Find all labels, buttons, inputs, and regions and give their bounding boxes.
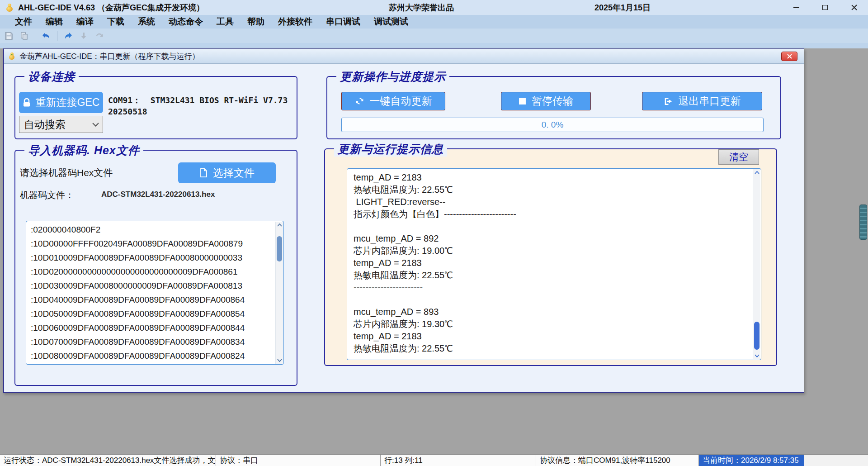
lock-icon bbox=[23, 98, 31, 107]
download-icon bbox=[80, 32, 88, 40]
auto-update-label: 一键自动更新 bbox=[370, 94, 432, 108]
menu-download[interactable]: 下载 bbox=[100, 15, 131, 29]
progress-percent: 0. 0% bbox=[542, 120, 564, 130]
update-progress-bar: 0. 0% bbox=[341, 118, 764, 132]
toolbar bbox=[0, 29, 868, 43]
reconnect-gec-button[interactable]: 重新连接GEC bbox=[19, 92, 103, 113]
menu-debug-test[interactable]: 调试测试 bbox=[367, 15, 415, 29]
titlebar: AHL-GEC-IDE V4.63 （金葫芦GEC集成开发环境） 苏州大学荣誉出… bbox=[0, 0, 868, 15]
toolbar-separator bbox=[57, 31, 57, 41]
redo-icon bbox=[64, 32, 73, 40]
auto-update-button[interactable]: 一键自动更新 bbox=[341, 92, 445, 110]
download-button[interactable] bbox=[78, 30, 90, 41]
choose-file-button[interactable]: 选择文件 bbox=[178, 162, 276, 183]
menu-edit[interactable]: 编辑 bbox=[39, 15, 70, 29]
update-group-title: 更新操作与进度提示 bbox=[336, 69, 449, 84]
clear-log-button[interactable]: 清空 bbox=[718, 149, 759, 165]
minimize-icon bbox=[793, 7, 799, 8]
dialog-titlebar: 金葫芦AHL-GEC-IDE：串口更新（程序下载与运行） bbox=[4, 49, 804, 64]
status-current-time: 当前时间：2026/2/9 8:57:35 bbox=[699, 455, 804, 466]
minimize-button[interactable] bbox=[790, 3, 802, 13]
serial-update-dialog: 金葫芦AHL-GEC-IDE：串口更新（程序下载与运行） 设备连接 重新连接GE… bbox=[3, 48, 804, 393]
refresh-button[interactable] bbox=[93, 30, 105, 41]
hex-scrollbar[interactable] bbox=[275, 222, 283, 364]
window-title: AHL-GEC-IDE V4.63 （金葫芦GEC集成开发环境） bbox=[18, 2, 204, 13]
com-port-info: COM91： STM32L431 BIOS RT-WiFi V7.73 2025… bbox=[108, 95, 293, 117]
refresh-icon bbox=[95, 32, 104, 40]
menu-system[interactable]: 系统 bbox=[131, 15, 162, 29]
menu-help[interactable]: 帮助 bbox=[241, 15, 271, 29]
menu-file[interactable]: 文件 bbox=[8, 15, 39, 29]
status-filler bbox=[804, 455, 868, 466]
dialog-icon bbox=[9, 52, 15, 60]
save-icon bbox=[5, 32, 13, 40]
copy-icon bbox=[20, 32, 28, 40]
edge-scrollbar[interactable] bbox=[859, 204, 867, 240]
maximize-button[interactable] bbox=[819, 3, 831, 13]
date-label: 2025年1月15日 bbox=[594, 2, 651, 13]
device-group-title: 设备连接 bbox=[24, 69, 79, 84]
toolbar-separator bbox=[35, 31, 35, 41]
chevron-down-icon bbox=[92, 123, 99, 127]
status-protocol-info: 协议信息：端口COM91,波特率115200 bbox=[536, 455, 699, 466]
hex-scrollbar-thumb[interactable] bbox=[277, 236, 282, 262]
hex-lines: :020000040800F2 :10D00000FFFF002049FA000… bbox=[31, 223, 274, 363]
redo-button[interactable] bbox=[62, 30, 74, 41]
pause-transfer-label: 暂停传输 bbox=[532, 94, 573, 108]
close-icon bbox=[851, 5, 857, 10]
status-run-state-text: 运行状态：ADC-STM32L431-20220613.hex文件选择成功，文件… bbox=[4, 455, 216, 466]
statusbar: 运行状态：ADC-STM32L431-20220613.hex文件选择成功，文件… bbox=[0, 454, 868, 466]
exit-icon bbox=[664, 97, 673, 106]
hex-file-prompt: 请选择机器码Hex文件 bbox=[20, 166, 113, 179]
scroll-down-arrow-icon[interactable] bbox=[276, 357, 283, 364]
exit-serial-update-button[interactable]: 退出串口更新 bbox=[642, 92, 762, 110]
clear-log-label: 清空 bbox=[729, 151, 748, 163]
search-mode-select[interactable]: 自动搜索 bbox=[19, 116, 103, 133]
hex-group-title: 导入机器码. Hex文件 bbox=[24, 143, 143, 158]
copy-button[interactable] bbox=[18, 30, 30, 41]
status-line-col: 行:13 列:11 bbox=[381, 455, 536, 466]
pause-transfer-button[interactable]: 暂停传输 bbox=[501, 92, 591, 110]
app-icon bbox=[5, 4, 14, 12]
save-button[interactable] bbox=[3, 30, 14, 41]
status-run-state: 运行状态：ADC-STM32L431-20220613.hex文件选择成功，文件… bbox=[0, 455, 216, 466]
menu-compile[interactable]: 编译 bbox=[70, 15, 100, 29]
reconnect-gec-label: 重新连接GEC bbox=[36, 95, 100, 109]
stop-icon bbox=[519, 97, 526, 105]
menu-tools[interactable]: 工具 bbox=[210, 15, 241, 29]
search-mode-value: 自动搜索 bbox=[24, 118, 66, 132]
exit-serial-update-label: 退出串口更新 bbox=[679, 94, 741, 108]
close-icon bbox=[787, 54, 792, 59]
scroll-down-arrow-icon[interactable] bbox=[753, 352, 760, 359]
status-protocol: 协议：串口 bbox=[216, 455, 381, 466]
undo-icon bbox=[42, 32, 51, 40]
menu-dynamic-command[interactable]: 动态命令 bbox=[162, 15, 210, 29]
menu-serial-debug[interactable]: 串口调试 bbox=[319, 15, 367, 29]
scroll-up-arrow-icon[interactable] bbox=[753, 169, 760, 176]
scroll-up-arrow-icon[interactable] bbox=[276, 222, 283, 228]
dialog-title: 金葫芦AHL-GEC-IDE：串口更新（程序下载与运行） bbox=[19, 51, 200, 62]
menu-external-software[interactable]: 外接软件 bbox=[271, 15, 319, 29]
publisher-label: 苏州大学荣誉出品 bbox=[389, 2, 454, 13]
close-button[interactable] bbox=[848, 3, 860, 13]
log-group-title: 更新与运行提示信息 bbox=[334, 142, 447, 157]
undo-button[interactable] bbox=[40, 30, 52, 41]
maximize-icon bbox=[822, 5, 828, 10]
log-scrollbar-thumb[interactable] bbox=[754, 322, 760, 350]
run-log-viewer[interactable]: temp_AD = 2183 热敏电阻温度为: 22.55℃ LIGHT_RED… bbox=[347, 168, 761, 360]
dialog-close-button[interactable] bbox=[781, 52, 797, 61]
refresh-icon bbox=[355, 96, 364, 106]
machine-code-file-name: ADC-STM32L431-20220613.hex bbox=[101, 190, 215, 199]
menubar: 文件 编辑 编译 下载 系统 动态命令 工具 帮助 外接软件 串口调试 调试测试 bbox=[0, 15, 868, 29]
choose-file-label: 选择文件 bbox=[213, 166, 255, 180]
app-background-strip bbox=[0, 43, 868, 48]
log-scrollbar[interactable] bbox=[753, 169, 760, 359]
hex-content-viewer[interactable]: :020000040800F2 :10D00000FFFF002049FA000… bbox=[26, 221, 284, 365]
run-log-lines: temp_AD = 2183 热敏电阻温度为: 22.55℃ LIGHT_RED… bbox=[354, 171, 750, 355]
machine-code-file-label: 机器码文件： bbox=[20, 189, 74, 201]
file-icon bbox=[199, 168, 208, 178]
